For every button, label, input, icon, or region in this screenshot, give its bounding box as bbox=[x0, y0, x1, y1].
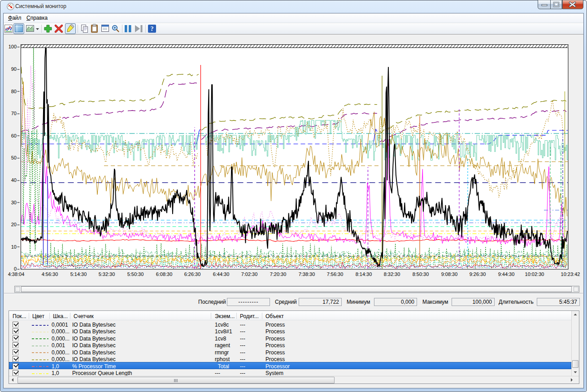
svg-text:100: 100 bbox=[9, 44, 17, 49]
svg-text:20: 20 bbox=[11, 222, 17, 227]
svg-text:80: 80 bbox=[11, 89, 17, 94]
svg-text:9:44:30: 9:44:30 bbox=[498, 271, 515, 277]
svg-text:9:08:30: 9:08:30 bbox=[441, 271, 458, 277]
svg-text:8:14:30: 8:14:30 bbox=[356, 271, 372, 277]
svg-text:7:56:30: 7:56:30 bbox=[327, 271, 344, 277]
svg-text:30: 30 bbox=[11, 200, 17, 205]
svg-text:5:14:30: 5:14:30 bbox=[70, 271, 87, 277]
svg-text:4:38:04: 4:38:04 bbox=[8, 271, 25, 277]
svg-text:4:56:30: 4:56:30 bbox=[42, 271, 58, 277]
svg-text:90: 90 bbox=[11, 66, 17, 72]
svg-text:7:02:30: 7:02:30 bbox=[241, 271, 258, 277]
svg-text:60: 60 bbox=[11, 133, 17, 138]
svg-text:70: 70 bbox=[11, 111, 17, 116]
svg-text:10: 10 bbox=[11, 244, 17, 250]
svg-text:10:23:42: 10:23:42 bbox=[561, 271, 580, 277]
svg-text:8:32:30: 8:32:30 bbox=[384, 271, 400, 277]
svg-text:8:50:30: 8:50:30 bbox=[413, 271, 429, 277]
svg-text:5:50:30: 5:50:30 bbox=[127, 271, 144, 277]
svg-text:5:32:30: 5:32:30 bbox=[99, 271, 115, 277]
svg-text:50: 50 bbox=[11, 155, 17, 160]
svg-text:0: 0 bbox=[14, 266, 17, 271]
svg-text:6:08:30: 6:08:30 bbox=[156, 271, 173, 277]
svg-text:6:26:30: 6:26:30 bbox=[184, 271, 201, 277]
svg-text:7:20:30: 7:20:30 bbox=[270, 271, 287, 277]
svg-text:7:38:30: 7:38:30 bbox=[299, 271, 315, 277]
svg-text:6:44:30: 6:44:30 bbox=[213, 271, 230, 277]
svg-text:9:26:30: 9:26:30 bbox=[470, 271, 486, 277]
svg-text:10:02:30: 10:02:30 bbox=[525, 271, 544, 277]
svg-text:40: 40 bbox=[11, 177, 17, 183]
